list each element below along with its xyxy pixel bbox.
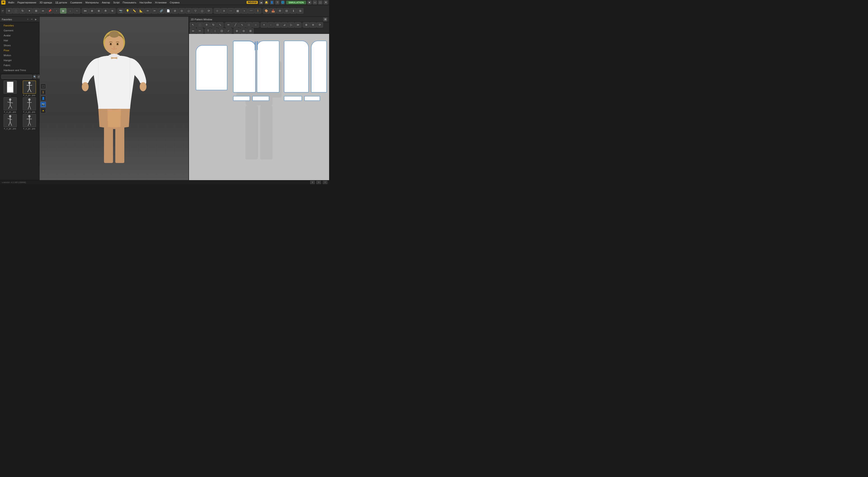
- grid-tool[interactable]: ⊟: [283, 8, 290, 13]
- tape-tool[interactable]: 📐: [138, 8, 144, 13]
- gather-tool[interactable]: ≋: [109, 8, 116, 13]
- sidebar-item-hardware[interactable]: Hardware and Trims: [0, 68, 39, 73]
- info-tool[interactable]: ℹ: [290, 8, 297, 13]
- maximize-icon[interactable]: □: [318, 0, 322, 4]
- menu-3dcloth[interactable]: 3D одежда: [38, 1, 53, 4]
- help-icon[interactable]: ?: [275, 0, 279, 4]
- 2d-fold-tool[interactable]: ⊕: [303, 22, 309, 28]
- sidebar-item-hanger[interactable]: Hanger: [0, 58, 39, 63]
- select-tool[interactable]: ✛: [6, 8, 12, 13]
- tuck-tool[interactable]: ⊘: [172, 8, 178, 13]
- pattern-cuff-2[interactable]: [252, 96, 269, 101]
- push-tool[interactable]: ↑: [53, 8, 60, 13]
- 2d-move-tool[interactable]: ✛: [204, 22, 210, 28]
- 2d-cut-tool[interactable]: ✂: [197, 28, 203, 34]
- 2d-zoom-out[interactable]: ⊖: [241, 28, 247, 34]
- move-tool[interactable]: ✦: [26, 8, 33, 13]
- export-tool[interactable]: 📤: [270, 8, 276, 13]
- 2d-circle-tool[interactable]: ○: [252, 22, 259, 28]
- cloud-icon[interactable]: ☁: [259, 0, 263, 4]
- vp-light-btn[interactable]: ●: [40, 108, 46, 113]
- snap-tool[interactable]: ⊹: [214, 8, 220, 13]
- menu-install[interactable]: Установки: [153, 1, 168, 4]
- menu-script[interactable]: Script: [112, 1, 121, 4]
- align-tool[interactable]: ≡: [221, 8, 227, 13]
- menu-sewing[interactable]: Сшивание: [69, 1, 84, 4]
- sidebar-item-hair[interactable]: Hair: [0, 38, 39, 43]
- menu-materials[interactable]: Материалы: [84, 1, 100, 4]
- volume-icon[interactable]: 🔔: [265, 0, 269, 4]
- 2d-zoom-in[interactable]: ⊕: [234, 28, 240, 34]
- 2d-add-point-tool[interactable]: +: [261, 22, 267, 28]
- 2d-tuck-tool[interactable]: ≫: [295, 22, 301, 28]
- 2d-notch-tool[interactable]: ⊿: [281, 22, 287, 28]
- stitch-tool[interactable]: ⋈: [82, 8, 88, 13]
- simulate-tool[interactable]: ▶: [60, 8, 66, 13]
- avatar-tool[interactable]: 🚶: [255, 8, 261, 13]
- menu-avatar[interactable]: Аватар: [101, 1, 112, 4]
- community-icon[interactable]: 🌐: [281, 0, 285, 4]
- menu-settings[interactable]: Настройки: [138, 1, 153, 4]
- wind-tool[interactable]: ~: [74, 8, 80, 13]
- thumb-blank[interactable]: ...: [1, 80, 19, 96]
- 2d-pattern-select[interactable]: ⬚: [197, 22, 203, 28]
- menu-help[interactable]: Справка: [168, 1, 181, 4]
- menu-file[interactable]: Файл: [7, 1, 16, 4]
- particle-tool[interactable]: ⋆: [241, 8, 248, 13]
- weld-tool[interactable]: ⊕: [89, 8, 95, 13]
- thumb-pose-1[interactable]: F_A_po...pos: [20, 80, 38, 96]
- pattern-bodice-2[interactable]: [257, 41, 279, 93]
- 2d-curve-tool[interactable]: ∿: [239, 22, 245, 28]
- pattern-cuff-3[interactable]: [284, 96, 302, 101]
- menu-edit[interactable]: Редактирование: [16, 1, 38, 4]
- menu-2dparts[interactable]: 2Д детали: [54, 1, 68, 4]
- dropdown-icon[interactable]: ▼: [307, 0, 311, 4]
- tack-tool[interactable]: ⊗: [96, 8, 102, 13]
- rotate-tool[interactable]: ↻: [20, 8, 26, 13]
- 2d-text-tool[interactable]: T: [205, 28, 211, 34]
- camera-tool[interactable]: 📷: [118, 8, 124, 13]
- annotation-tool[interactable]: ✏: [145, 8, 151, 13]
- sidebar-item-fabric[interactable]: Fabric: [0, 63, 39, 68]
- pattern-back-2[interactable]: [311, 41, 327, 93]
- library-expand-icon[interactable]: ▶: [34, 18, 37, 21]
- vp-select-btn[interactable]: ⬚: [40, 83, 46, 89]
- undo-arrow[interactable]: ↩: [2, 9, 4, 12]
- user-icon[interactable]: 👤: [270, 0, 274, 4]
- dart-tool[interactable]: ▽: [192, 8, 198, 13]
- refresh-button[interactable]: ↺: [37, 75, 39, 79]
- search-input[interactable]: [1, 75, 32, 79]
- trace-tool[interactable]: ◻: [199, 8, 205, 13]
- measure-tool[interactable]: 📏: [131, 8, 137, 13]
- shape-tool[interactable]: ◇: [185, 8, 192, 13]
- 2d-internal-tool[interactable]: ⊡: [219, 28, 225, 34]
- minimize-icon[interactable]: ─: [313, 0, 317, 4]
- layers-tool[interactable]: ⧉: [297, 8, 303, 13]
- light-tool[interactable]: 💡: [124, 8, 131, 13]
- close-icon[interactable]: ✕: [324, 0, 328, 4]
- cut-tool[interactable]: ✂: [151, 8, 158, 13]
- sew-tool[interactable]: 🔗: [158, 8, 164, 13]
- statusbar-btn-3[interactable]: ⊡: [323, 181, 327, 184]
- scale-tool[interactable]: ⊞: [33, 8, 39, 13]
- vp2d-expand-icon[interactable]: ⊞: [323, 18, 327, 22]
- 2d-delete-point-tool[interactable]: -: [268, 22, 274, 28]
- pattern-cuff-4[interactable]: [304, 96, 320, 101]
- edit-library-icon[interactable]: ✏: [30, 18, 33, 21]
- drape-tool[interactable]: ⊙: [179, 8, 185, 13]
- 2d-line-tool[interactable]: ╱: [232, 22, 239, 28]
- sidebar-item-favorites[interactable]: Favorites: [0, 23, 39, 28]
- 2d-dart-tool[interactable]: ▷: [288, 22, 294, 28]
- sidebar-item-shoes[interactable]: Shoes: [0, 43, 39, 48]
- wrinkle-tool[interactable]: 〰: [248, 8, 254, 13]
- menu-show[interactable]: Показывать: [121, 1, 138, 4]
- config-tool[interactable]: ⚙: [277, 8, 283, 13]
- fold-tool[interactable]: 📄: [165, 8, 171, 13]
- zipper-tool[interactable]: ⟳: [206, 8, 212, 13]
- 2d-scale-tool[interactable]: ⤡: [217, 22, 223, 28]
- pattern-cuff-1[interactable]: [233, 96, 250, 101]
- 2d-mirror-tool[interactable]: ⇔: [190, 28, 196, 34]
- sidebar-item-pose[interactable]: Pose: [0, 48, 39, 53]
- 2d-rotate-tool[interactable]: ↻: [210, 22, 217, 28]
- sidebar-item-motion[interactable]: Motion: [0, 53, 39, 58]
